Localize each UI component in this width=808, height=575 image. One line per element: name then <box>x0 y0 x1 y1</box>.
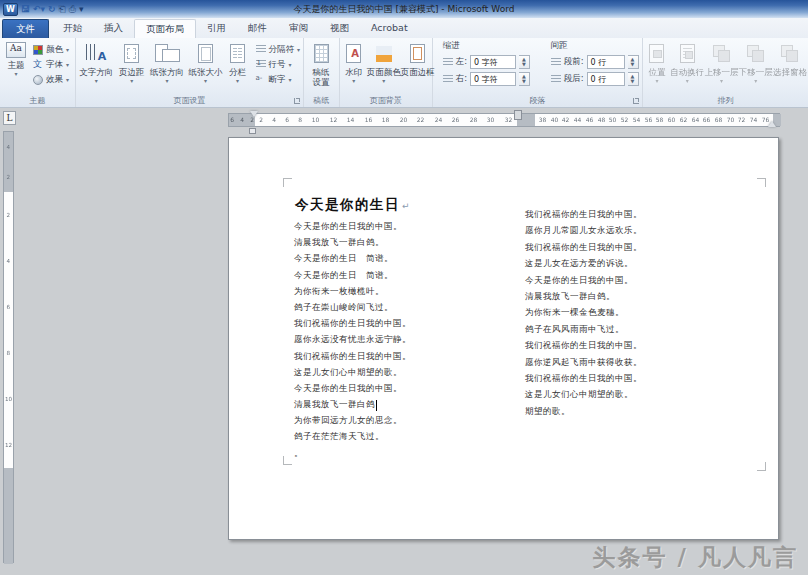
bring-forward-button[interactable]: 上移一层 ▾ <box>704 40 738 84</box>
indent-right-input[interactable]: 0 字符 <box>470 72 516 86</box>
watermark-label: 水印 <box>345 67 362 77</box>
text-line[interactable]: 我们祝福你的生日我的中国。 <box>525 206 642 222</box>
send-backward-button[interactable]: 下移一层 ▾ <box>739 40 773 84</box>
text-line[interactable]: 愿你月儿常圆儿女永远欢乐。 <box>525 222 642 238</box>
vertical-ruler[interactable]: 42 24681012 <box>3 131 14 563</box>
wrap-text-button[interactable]: 自动换行 ▾ <box>670 40 704 84</box>
chevron-down-icon: ▾ <box>66 62 69 68</box>
text-line[interactable]: 今天是你的生日我的中国。 <box>294 380 411 396</box>
orientation-button[interactable]: 纸张方向 ▾ <box>148 40 186 84</box>
tab-references[interactable]: 引用 <box>196 19 237 38</box>
text-line[interactable]: 愿你永远没有忧患永远宁静。 <box>294 331 411 347</box>
text-line[interactable]: 今天是你的生日我的中国。 <box>294 218 411 234</box>
document-page[interactable]: 今天是你的生日↵ 今天是你的生日我的中国。清晨我放飞一群白鸽。今天是你的生日 简… <box>228 137 779 540</box>
first-line-indent-marker[interactable] <box>250 111 258 121</box>
chevron-down-icon: ▾ <box>382 78 385 84</box>
spacing-before-icon <box>551 58 561 67</box>
spacing-after-label: 段后: <box>564 73 584 85</box>
text-line[interactable]: 我们祝福你的生日我的中国。 <box>294 315 411 331</box>
indent-right-icon <box>443 75 453 84</box>
text-line[interactable]: 这是儿女们心中期望的歌。 <box>294 364 411 380</box>
text-line[interactable]: 这是儿女在远方爱的诉说。 <box>525 255 642 271</box>
text-line[interactable]: 我们祝福你的生日我的中国。 <box>525 370 642 386</box>
right-indent-marker[interactable] <box>768 117 776 127</box>
chevron-down-icon: ▾ <box>66 77 69 83</box>
horizontal-ruler[interactable]: 642 2468101214161820222426283032 3840424… <box>228 113 780 127</box>
spacing-after-stepper[interactable]: ▲▼ <box>628 72 639 86</box>
text-column-left: 今天是你的生日我的中国。清晨我放飞一群白鸽。今天是你的生日 简谱。今天是你的生日… <box>294 218 411 461</box>
themes-button-label: 主题 <box>8 60 25 70</box>
theme-fonts-button[interactable]: 字体 ▾ <box>31 58 71 71</box>
text-line[interactable]: 我们祝福你的生日我的中国。 <box>525 239 642 255</box>
tab-mailings[interactable]: 邮件 <box>237 19 278 38</box>
watermark-button[interactable]: 水印 ▾ <box>341 40 367 84</box>
text-line[interactable]: 为你衔来一枚橄榄叶。 <box>294 283 411 299</box>
text-line[interactable]: 为你带回远方儿女的思念。 <box>294 412 411 428</box>
paper-size-button[interactable]: 纸张大小 ▾ <box>186 40 224 84</box>
text-line[interactable]: 清晨我放飞一群白鸽 <box>294 396 411 412</box>
left-indent-marker[interactable] <box>249 128 256 134</box>
document-heading[interactable]: 今天是你的生日↵ <box>295 196 411 214</box>
tab-stop-selector[interactable]: L <box>3 111 16 125</box>
text-cursor <box>376 400 377 411</box>
text-line[interactable]: 清晨我放飞一群白鸽。 <box>294 234 411 250</box>
tab-acrobat[interactable]: Acrobat <box>360 19 419 38</box>
chevron-down-icon: ▾ <box>655 78 658 84</box>
line-numbers-button[interactable]: 行号 ▾ <box>254 58 303 71</box>
theme-effects-button[interactable]: 效果 ▾ <box>31 73 71 86</box>
tab-review[interactable]: 审阅 <box>278 19 319 38</box>
columns-button[interactable]: 分栏 ▾ <box>225 40 251 84</box>
text-line[interactable]: 期望的歌。 <box>525 403 642 419</box>
indent-left-stepper[interactable]: ▲▼ <box>519 55 530 69</box>
tab-home[interactable]: 开始 <box>52 19 93 38</box>
ruler-column2: 3840424446485052545658606264666870727476 <box>535 114 773 126</box>
position-button[interactable]: 位置 ▾ <box>644 40 670 84</box>
spacing-after-icon <box>551 75 561 84</box>
text-line[interactable]: 为你衔来一棵金色麦穗。 <box>525 304 642 320</box>
breaks-button[interactable]: 分隔符 ▾ <box>254 43 303 56</box>
indent-right-stepper[interactable]: ▲▼ <box>519 72 530 86</box>
heading-text: 今天是你的生日 <box>295 196 400 212</box>
hyphenation-button[interactable]: 断字 ▾ <box>254 73 303 86</box>
tab-insert[interactable]: 插入 <box>93 19 134 38</box>
arrange-group: 位置 ▾ 自动换行 ▾ 上移一层 ▾ 下移一层 ▾ 选择窗格 排列 <box>643 38 808 107</box>
indent-left-input[interactable]: 0 字符 <box>470 55 516 69</box>
text-line[interactable]: 鸽子在风风雨雨中飞过。 <box>525 321 642 337</box>
page-borders-button[interactable]: 页面边框 <box>401 40 435 77</box>
text-line[interactable]: 今天是你的生日我的中国。 <box>525 272 642 288</box>
grid-settings-label: 稿纸 设置 <box>307 67 335 87</box>
spacing-before-stepper[interactable]: ▲▼ <box>628 55 639 69</box>
column-margin-marker[interactable] <box>514 110 522 120</box>
page-color-button[interactable]: 页面颜色 ▾ <box>367 40 401 84</box>
text-boundary-mark-top-left <box>283 178 292 187</box>
text-line[interactable]: 我们祝福你的生日我的中国。 <box>294 348 411 364</box>
grid-settings-button[interactable]: 稿纸 设置 <box>305 40 337 87</box>
theme-effects-icon <box>33 75 43 85</box>
tab-view[interactable]: 视图 <box>319 19 360 38</box>
themes-button[interactable]: Aa 主题 ▾ <box>1 40 31 77</box>
page-borders-label: 页面边框 <box>401 67 435 77</box>
wrap-text-label: 自动换行 <box>670 67 704 77</box>
tab-file[interactable]: 文件 <box>2 19 49 38</box>
text-line[interactable]: 鸽子在崇山峻岭间飞过。 <box>294 299 411 315</box>
text-line[interactable]: 愿你逆风起飞雨中获得收获。 <box>525 354 642 370</box>
text-line[interactable]: 鸽子在茫茫海天飞过。 <box>294 428 411 444</box>
text-line[interactable]: 今天是你的生日 简谱。 <box>294 250 411 266</box>
text-line[interactable]: 我们祝福你的生日我的中国。 <box>525 337 642 353</box>
tab-page-layout[interactable]: 页面布局 <box>134 19 196 39</box>
theme-colors-button[interactable]: 颜色 ▾ <box>31 43 71 56</box>
text-line[interactable]: 。 <box>294 445 411 461</box>
text-line[interactable]: 今天是你的生日 简谱。 <box>294 267 411 283</box>
selection-pane-button[interactable]: 选择窗格 <box>773 40 807 77</box>
vruler-top-margin: 42 <box>4 132 13 192</box>
spacing-after-input[interactable]: 0 行 <box>587 72 625 86</box>
text-line[interactable]: 这是儿女们心中期望的歌。 <box>525 386 642 402</box>
themes-group: Aa 主题 ▾ 颜色 ▾ 字体 ▾ 效果 ▾ 主题 <box>0 38 76 107</box>
themes-group-label: 主题 <box>0 95 75 106</box>
text-direction-label: 文字方向 <box>79 67 113 77</box>
text-line[interactable]: 清晨我放飞一群白鸽。 <box>525 288 642 304</box>
text-direction-button[interactable]: 文字方向 ▾ <box>77 40 115 84</box>
margins-button[interactable]: 页边距 ▾ <box>115 40 148 84</box>
spacing-before-input[interactable]: 0 行 <box>587 55 625 69</box>
position-label: 位置 <box>648 67 665 77</box>
